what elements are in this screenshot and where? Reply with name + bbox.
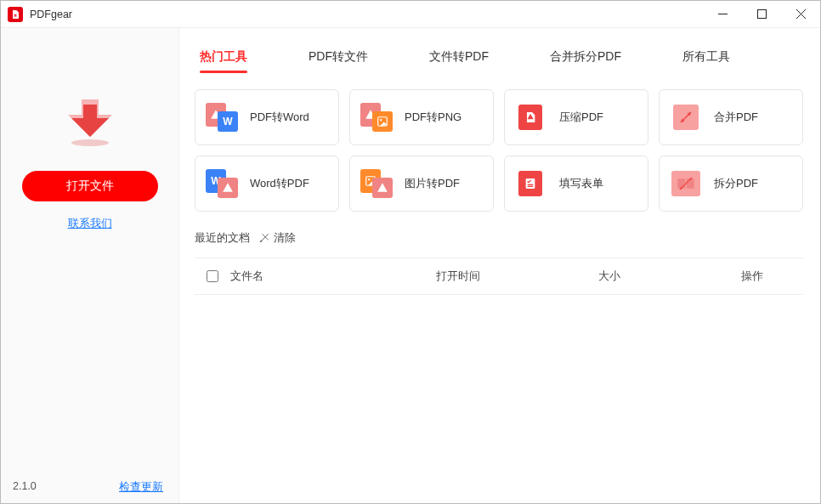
tool-label: 图片转PDF [405,176,460,191]
clear-icon [258,232,270,244]
tab-merge-split[interactable]: 合并拆分PDF [550,49,621,65]
tool-label: 拆分PDF [714,176,758,191]
app-title: PDFgear [30,8,72,20]
compress-pdf-icon [515,103,547,132]
app-window: PDFgear 打开文件 联系我们 2.1.0 检查更新 [0,0,821,504]
svg-point-10 [368,178,370,180]
svg-marker-5 [71,105,109,137]
open-file-button[interactable]: 打开文件 [22,171,158,201]
col-filename: 文件名 [230,269,436,284]
tool-grid: W PDF转Word PDF转PNG [195,89,803,212]
svg-rect-1 [757,10,766,19]
tool-fill-form[interactable]: 填写表单 [504,156,648,212]
tab-hot-tools[interactable]: 热门工具 [200,49,247,65]
recent-table-header: 文件名 打开时间 大小 操作 [195,258,803,295]
svg-rect-15 [687,178,694,189]
sidebar: 打开文件 联系我们 2.1.0 检查更新 [1,28,179,503]
img-to-pdf-icon [360,169,393,198]
version-label: 2.1.0 [13,480,37,495]
fill-form-icon [515,169,547,198]
tool-label: PDF转PNG [405,110,461,125]
download-arrow-icon [59,96,121,150]
main-panel: 热门工具 PDF转文件 文件转PDF 合并拆分PDF 所有工具 W PDF转Wo… [179,28,820,503]
window-controls [703,1,820,27]
svg-point-6 [71,139,109,146]
recent-header: 最近的文档 清除 [195,230,803,246]
tool-label: 填写表单 [559,176,603,191]
maximize-button[interactable] [742,1,781,27]
sidebar-footer: 2.1.0 检查更新 [1,480,178,495]
title-bar: PDFgear [1,1,820,28]
tool-tabs: 热门工具 PDF转文件 文件转PDF 合并拆分PDF 所有工具 [195,40,803,74]
tool-label: 合并PDF [714,110,758,125]
tool-img-to-pdf[interactable]: 图片转PDF [349,156,494,212]
split-pdf-icon [670,169,702,198]
clear-label: 清除 [274,230,296,246]
close-button[interactable] [781,1,820,27]
recent-heading: 最近的文档 [195,230,250,246]
tool-label: Word转PDF [250,176,309,191]
open-file-label: 打开文件 [66,178,114,194]
tab-pdf-to-file[interactable]: PDF转文件 [309,49,368,65]
tool-label: 压缩PDF [559,110,603,125]
contact-us-link[interactable]: 联系我们 [68,217,112,231]
tab-all-tools[interactable]: 所有工具 [682,49,730,65]
app-icon [8,7,23,22]
tool-pdf-to-png[interactable]: PDF转PNG [349,89,494,145]
col-open-time: 打开时间 [436,269,597,284]
tool-split-pdf[interactable]: 拆分PDF [659,156,803,212]
tool-word-to-pdf[interactable]: W Word转PDF [195,156,339,212]
svg-point-8 [380,119,382,121]
pdf-to-png-icon [360,103,393,132]
select-all-checkbox[interactable] [207,270,218,282]
pdf-to-word-icon: W [206,103,238,132]
merge-pdf-icon [670,103,702,132]
svg-rect-14 [677,178,685,189]
clear-recent-button[interactable]: 清除 [258,230,296,246]
tool-compress-pdf[interactable]: 压缩PDF [504,89,648,145]
col-size: 大小 [598,269,701,284]
tool-merge-pdf[interactable]: 合并PDF [659,89,803,145]
tool-label: PDF转Word [250,110,309,125]
tab-file-to-pdf[interactable]: 文件转PDF [429,49,489,65]
col-action: 操作 [701,269,803,284]
check-update-link[interactable]: 检查更新 [119,480,163,495]
tool-pdf-to-word[interactable]: W PDF转Word [195,89,339,145]
minimize-button[interactable] [703,1,742,27]
word-to-pdf-icon: W [206,169,238,198]
